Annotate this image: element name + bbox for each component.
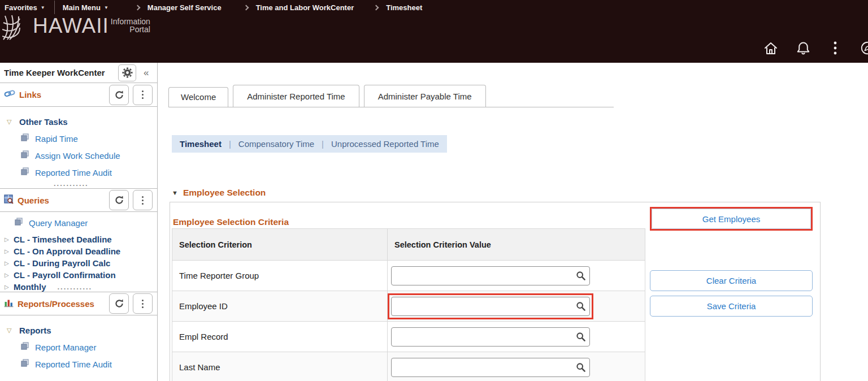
search-icon[interactable]: [576, 332, 586, 344]
expand-triangle-icon[interactable]: ▷: [5, 234, 14, 245]
table-row-employee-id: Employee ID: [172, 291, 645, 321]
breadcrumb-item-manager-self-service[interactable]: Manager Self Service: [147, 3, 222, 12]
main-menu[interactable]: Main Menu ▼: [63, 3, 108, 12]
favorites-menu[interactable]: Favorites ▼: [5, 3, 45, 12]
expand-triangle-icon[interactable]: ▷: [5, 258, 14, 269]
group-resize-dots: ...........: [0, 181, 157, 187]
expand-triangle-icon[interactable]: ▷: [5, 282, 14, 292]
links-refresh-button[interactable]: [109, 85, 129, 105]
tab-administer-payable-time[interactable]: Administer Payable Time: [364, 85, 486, 107]
workcenter-sidebar: Time Keeper WorkCenter «: [0, 63, 158, 381]
app-window: Favorites ▼ Main Menu ▼ Manager Self Ser…: [0, 0, 868, 381]
refresh-icon: [114, 298, 124, 309]
subnav-separator: |: [229, 139, 231, 149]
get-employees-button[interactable]: Get Employees: [652, 209, 811, 229]
subnav-item-compensatory-time[interactable]: Compensatory Time: [238, 139, 314, 149]
tab-welcome[interactable]: Welcome: [168, 87, 228, 107]
reports-group: ▽ Reports Report Manager Reported Time A…: [0, 315, 157, 373]
empl-record-input[interactable]: [391, 327, 590, 347]
search-icon[interactable]: [576, 301, 586, 314]
reports-group-header[interactable]: ▽ Reports: [0, 322, 157, 339]
other-tasks-header[interactable]: ▽ Other Tasks: [0, 114, 157, 130]
search-icon[interactable]: [576, 362, 586, 375]
kebab-icon: [142, 195, 144, 205]
window-icon: [15, 218, 23, 228]
bar-chart-icon: [4, 298, 14, 310]
subnav-item-unprocessed-reported-time[interactable]: Unprocessed Reported Time: [331, 139, 439, 149]
workcenter-title: Time Keeper WorkCenter: [4, 68, 118, 77]
queries-menu-kebab-button[interactable]: [133, 190, 153, 210]
employee-selection-panel: Employee Selection Criteria Selection Cr…: [170, 202, 821, 381]
last-name-input[interactable]: [391, 358, 590, 377]
breadcrumb-item-timesheet[interactable]: Timesheet: [386, 3, 422, 12]
sidebar-item-assign-work-schedule[interactable]: Assign Work Schedule: [0, 147, 157, 164]
expand-triangle-icon[interactable]: ▷: [5, 246, 14, 257]
last-name-lookup: [391, 358, 590, 377]
annotation-box-get-employees: Get Employees: [650, 207, 813, 231]
query-tree-item-timesheet-deadline[interactable]: ▷ CL - Timesheet Deadline: [0, 233, 157, 245]
time-reporter-group-lookup: [391, 266, 590, 285]
reports-menu-kebab-button[interactable]: [133, 293, 153, 314]
net-logo-icon: [2, 15, 32, 43]
subnav-separator: |: [322, 139, 324, 149]
refresh-icon: [114, 90, 124, 100]
search-icon[interactable]: [576, 271, 586, 283]
reports-section-label: Reports/Processes: [18, 299, 94, 309]
window-icon: [21, 133, 29, 144]
save-criteria-button[interactable]: Save Criteria: [650, 296, 813, 317]
navbar-compass-icon[interactable]: [860, 41, 868, 55]
sub-navigation: Timesheet | Compensatory Time | Unproces…: [172, 135, 447, 153]
notifications-bell-icon[interactable]: [796, 41, 810, 55]
employee-id-lookup: [391, 297, 590, 316]
sidebar-item-reported-time-audit-report[interactable]: Reported Time Audit: [0, 356, 157, 373]
sidebar-settings-button[interactable]: [118, 64, 136, 81]
breadcrumb-item-time-and-labor-workcenter[interactable]: Time and Labor WorkCenter: [256, 3, 354, 12]
kebab-icon: [142, 298, 144, 309]
other-tasks-label: Other Tasks: [19, 117, 68, 127]
logo-subtitle: Information Portal: [111, 18, 150, 33]
queries-icon: [4, 194, 14, 206]
reports-section-header: Reports/Processes: [0, 292, 157, 315]
employee-selection-title: Employee Selection: [183, 188, 266, 198]
expand-triangle-icon[interactable]: ▷: [5, 270, 14, 280]
window-icon: [21, 342, 29, 352]
links-menu-kebab-button[interactable]: [133, 85, 153, 105]
criteria-title: Employee Selection Criteria: [173, 217, 289, 227]
page-tabs: Welcome Administer Reported Time Adminis…: [168, 85, 614, 107]
sidebar-item-rapid-time[interactable]: Rapid Time: [0, 130, 157, 147]
breadcrumb-chevron-icon: [243, 5, 249, 10]
links-section-label: Links: [19, 90, 41, 99]
reports-group-label: Reports: [19, 326, 51, 335]
employee-id-input[interactable]: [391, 297, 590, 316]
reports-refresh-button[interactable]: [109, 293, 129, 314]
time-reporter-group-input[interactable]: [391, 266, 590, 285]
caret-down-icon: ▼: [104, 5, 108, 10]
criteria-table-header: Selection Criterion Selection Criterion …: [172, 229, 645, 260]
sidebar-item-query-manager[interactable]: Query Manager: [0, 215, 157, 233]
sidebar-item-report-manager[interactable]: Report Manager: [0, 339, 157, 356]
banner-icon-group: [763, 41, 868, 55]
clear-criteria-button[interactable]: Clear Criteria: [650, 270, 813, 291]
queries-section-header: Queries: [0, 188, 157, 212]
table-row-time-reporter-group: Time Reporter Group: [172, 260, 645, 291]
query-tree-item-on-approval-deadline[interactable]: ▷ CL - On Approval Deadline: [0, 245, 157, 257]
actions-kebab-icon[interactable]: [828, 41, 843, 55]
other-tasks-group: ▽ Other Tasks Rapid Time Assign Work Sch…: [0, 107, 157, 188]
query-tree-item-payroll-confirmation[interactable]: ▷ CL - Payroll Confirmation: [0, 269, 157, 281]
section-collapse-icon: ▼: [172, 189, 178, 196]
sidebar-collapse-button[interactable]: «: [144, 67, 149, 79]
home-icon[interactable]: [763, 41, 778, 55]
group-resize-dots: ...........: [58, 282, 93, 292]
kebab-icon: [142, 90, 144, 100]
collapse-triangle-icon: ▽: [7, 118, 17, 125]
sidebar-item-reported-time-audit[interactable]: Reported Time Audit: [0, 164, 157, 181]
queries-refresh-button[interactable]: [109, 190, 129, 210]
empl-record-lookup: [391, 327, 590, 347]
tab-administer-reported-time[interactable]: Administer Reported Time: [233, 85, 359, 107]
query-tree-item-during-payroll-calc[interactable]: ▷ CL - During Payroll Calc: [0, 257, 157, 269]
links-chain-icon: [4, 89, 15, 100]
employee-selection-header[interactable]: ▼ Employee Selection: [172, 188, 266, 198]
query-tree-item-monthly[interactable]: ▷ Monthly ...........: [0, 281, 157, 293]
subnav-item-timesheet[interactable]: Timesheet: [180, 139, 222, 149]
breadcrumb-divider: [54, 1, 55, 14]
